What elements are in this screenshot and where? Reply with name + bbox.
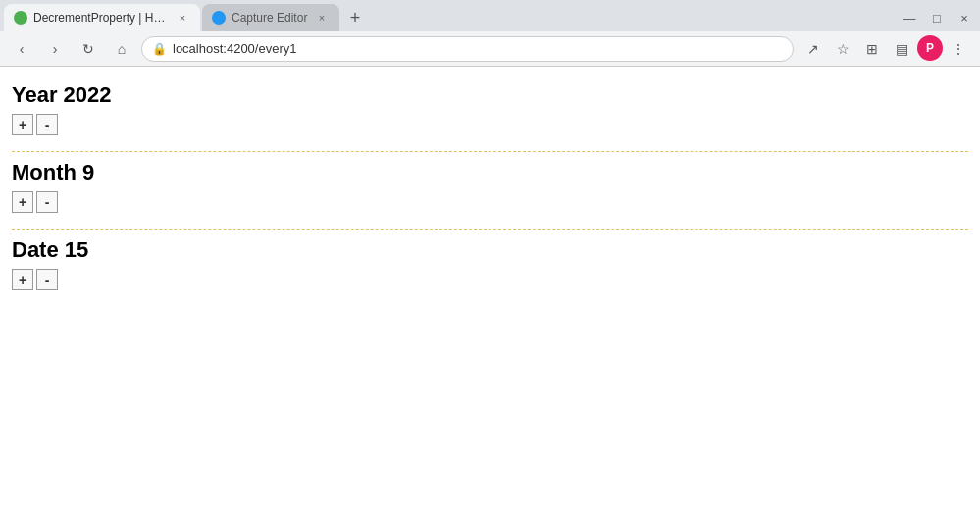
year-decrement-button[interactable]: - [36,114,58,135]
tab1-favicon [14,11,27,25]
tab1-title: DecrementProperty | Hello [33,11,169,25]
date-btn-group: + - [12,269,968,290]
avatar[interactable]: P [917,35,943,61]
year-section: Year 2022 + - [12,82,968,152]
minimize-button[interactable]: — [898,6,921,29]
tab1-close[interactable]: × [175,10,190,26]
year-title: Year 2022 [12,82,968,108]
browser-nav-bar: ‹ › ↻ ⌂ 🔒 localhost:4200/every1 ↗ ☆ ⊞ ▤ … [0,31,980,67]
date-decrement-button[interactable]: - [36,269,58,290]
bookmark-button[interactable]: ☆ [829,35,856,63]
tab-decrement-property[interactable]: DecrementProperty | Hello × [4,4,200,31]
date-increment-button[interactable]: + [12,269,33,290]
new-tab-button[interactable]: + [341,4,369,31]
tab2-favicon [212,11,226,25]
month-btn-group: + - [12,191,968,213]
year-increment-button[interactable]: + [12,114,33,135]
address-bar[interactable]: 🔒 localhost:4200/every1 [141,36,794,62]
browser-chrome: DecrementProperty | Hello × Capture Edit… [0,0,980,67]
month-section: Month 9 + - [12,160,968,230]
back-button[interactable]: ‹ [8,35,35,63]
maximize-button[interactable]: □ [925,6,949,29]
sidebar-button[interactable]: ▤ [888,35,915,63]
url-text: localhost:4200/every1 [173,41,296,56]
tab-capture-editor[interactable]: Capture Editor × [202,4,339,31]
page-content: Year 2022 + - Month 9 + - Date 15 + - [0,67,980,318]
year-btn-group: + - [12,114,968,135]
tab2-close[interactable]: × [314,10,330,26]
share-button[interactable]: ↗ [799,35,827,63]
close-window-button[interactable]: × [953,6,976,29]
date-section: Date 15 + - [12,237,968,306]
home-button[interactable]: ⌂ [108,35,135,63]
toolbar-actions: ↗ ☆ ⊞ ▤ P ⋮ [799,35,972,63]
reload-button[interactable]: ↻ [75,35,102,63]
extensions-button[interactable]: ⊞ [858,35,886,63]
month-title: Month 9 [12,160,968,185]
tab-bar: DecrementProperty | Hello × Capture Edit… [0,0,980,31]
month-increment-button[interactable]: + [12,191,33,213]
forward-button[interactable]: › [41,35,69,63]
month-decrement-button[interactable]: - [36,191,58,213]
menu-button[interactable]: ⋮ [945,35,972,63]
tab2-title: Capture Editor [232,11,308,25]
date-title: Date 15 [12,237,968,263]
window-controls: — □ × [898,6,976,29]
